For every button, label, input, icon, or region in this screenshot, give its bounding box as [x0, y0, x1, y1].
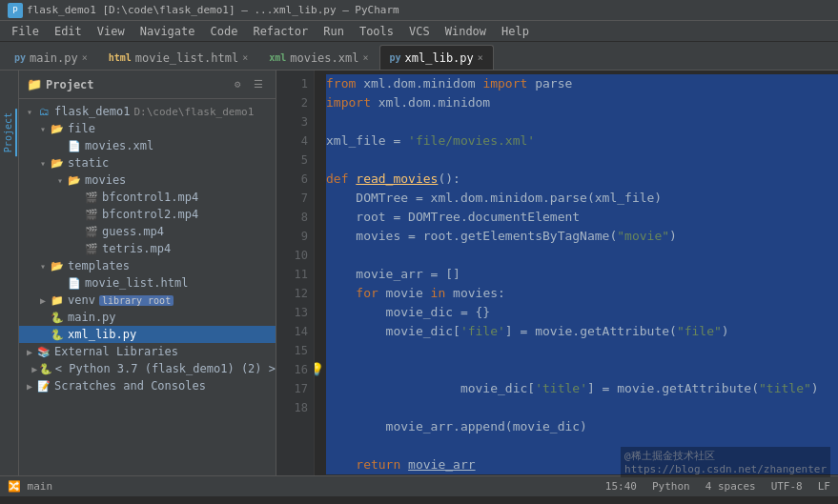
py-file-icon-main: 🐍: [50, 310, 65, 325]
line-num-3: 3: [276, 112, 308, 131]
line-num-1: 1: [276, 74, 308, 93]
tab-movie-list-html-close[interactable]: ×: [242, 52, 248, 63]
status-bar-right: 15:40 Python 4 spaces UTF-8 LF: [605, 480, 830, 493]
side-panel-tabs: Project: [0, 71, 19, 475]
tree-item-file-folder[interactable]: ▾ 📂 file: [19, 120, 276, 137]
sidebar-settings-btn[interactable]: ☰: [249, 75, 268, 94]
tab-movies-xml-close[interactable]: ×: [362, 52, 368, 63]
project-sidebar: 📁 Project ⚙ ☰ ▾ 🗂 flask_demo1 D:\code\fl…: [19, 71, 276, 475]
tree-item-python37[interactable]: ▶ 🐍 < Python 3.7 (flask_demo1) (2) >: [19, 360, 276, 377]
line-num-16: 16: [276, 360, 308, 379]
tree-label-movies-folder: movies: [85, 173, 126, 187]
mp4-icon-3: 🎬: [84, 224, 99, 239]
str-xml-file: 'file/movies.xml': [408, 133, 535, 148]
tree-item-scratches[interactable]: ▶ 📝 Scratches and Consoles: [19, 377, 276, 394]
tree-item-flask-demo1[interactable]: ▾ 🗂 flask_demo1 D:\code\flask_demo1: [19, 103, 276, 120]
menu-edit[interactable]: Edit: [47, 21, 90, 41]
tree-label-scratches: Scratches and Consoles: [54, 379, 206, 393]
line-num-5: 5: [276, 151, 308, 170]
kw-return: return: [356, 457, 400, 472]
kw-import-1: import: [482, 76, 527, 91]
status-branch: 🔀 main: [8, 480, 52, 493]
line-num-11: 11: [276, 265, 308, 284]
tab-xml-lib-py[interactable]: py xml_lib.py ×: [379, 45, 494, 70]
tree-item-movies-folder[interactable]: ▾ 📂 movies: [19, 171, 276, 189]
menu-window[interactable]: Window: [438, 21, 494, 41]
line-num-7: 7: [276, 189, 308, 208]
tree-item-external-libs[interactable]: ▶ 📚 External Libraries: [19, 343, 276, 360]
tree-label-static: static: [68, 156, 109, 170]
project-icon: 🗂: [36, 104, 51, 119]
sidebar-title: Project: [46, 78, 94, 91]
tree-arrow-static: ▾: [36, 158, 50, 169]
code-line-2: import xml.dom.minidom: [326, 93, 838, 112]
menu-vcs[interactable]: VCS: [401, 21, 438, 41]
line-num-6: 6: [276, 170, 308, 189]
code-line-10: [326, 246, 838, 265]
status-encoding[interactable]: UTF-8: [771, 480, 803, 493]
tree-arrow-templates: ▾: [36, 261, 50, 272]
menu-help[interactable]: Help: [494, 21, 537, 41]
sidebar-gear-btn[interactable]: ⚙: [228, 75, 247, 94]
code-line-6: def read_movies():: [326, 170, 838, 189]
tree-label-file: file: [68, 122, 95, 135]
tab-xml-lib-py-close[interactable]: ×: [478, 52, 483, 63]
tab-movie-list-html[interactable]: html movie_list.html ×: [98, 45, 259, 70]
ext-libs-icon: 📚: [36, 344, 51, 359]
tab-xml-icon: xml: [269, 52, 286, 63]
tree-item-bfcontrol1[interactable]: ▾ 🎬 bfcontrol1.mp4: [19, 189, 276, 206]
html-file-icon: 📄: [67, 275, 82, 291]
status-indent[interactable]: 4 spaces: [705, 480, 756, 493]
movies-folder-icon: 📂: [67, 172, 82, 188]
status-language[interactable]: Python: [652, 480, 690, 493]
tab-movies-xml[interactable]: xml movies.xml ×: [258, 45, 378, 70]
status-line-ending[interactable]: LF: [818, 480, 830, 493]
lightbulb-icon[interactable]: 💡: [315, 360, 324, 379]
watermark: @稀土掘金技术社区 https://blog.csdn.net/zhangent…: [621, 447, 830, 477]
menu-tools[interactable]: Tools: [352, 21, 401, 41]
tree-item-templates[interactable]: ▾ 📂 templates: [19, 257, 276, 274]
app-icon: P: [8, 3, 23, 18]
menu-run[interactable]: Run: [316, 21, 352, 41]
main-layout: Project 📁 Project ⚙ ☰ ▾ 🗂 flask_demo1 D:…: [0, 71, 838, 475]
menu-refactor[interactable]: Refactor: [245, 21, 316, 41]
venv-folder-icon: 📁: [50, 292, 65, 308]
tree-label-movies-xml: movies.xml: [85, 139, 153, 152]
tab-main-py-close[interactable]: ×: [82, 52, 88, 63]
tab-movie-list-html-label: movie_list.html: [135, 51, 238, 65]
tree-item-movie-list-html[interactable]: ▾ 📄 movie_list.html: [19, 274, 276, 292]
scratches-icon: 📝: [36, 378, 51, 393]
tree-item-venv[interactable]: ▶ 📁 venv library root: [19, 292, 276, 309]
menu-file[interactable]: File: [4, 21, 47, 41]
tree-item-xml-lib-py[interactable]: ▾ 🐍 xml_lib.py: [19, 326, 276, 343]
code-line-12: for movie in movies:: [326, 284, 838, 303]
menu-code[interactable]: Code: [203, 21, 246, 41]
tab-main-py-label: main.py: [30, 51, 78, 65]
fn-read-movies: read_movies: [356, 171, 438, 186]
line-num-13: 13: [276, 303, 308, 322]
tree-item-tetris[interactable]: ▾ 🎬 tetris.mp4: [19, 240, 276, 257]
tree-item-guess[interactable]: ▾ 🎬 guess.mp4: [19, 223, 276, 240]
code-editor[interactable]: 1 2 3 4 5 6 7 8 9 10 11 12 13 14 15 16 1…: [276, 71, 838, 475]
sidebar-tools: ⚙ ☰: [228, 75, 268, 94]
status-position[interactable]: 15:40: [605, 480, 637, 493]
tree-arrow-venv: ▶: [36, 295, 50, 306]
tree-label-flask-demo1: flask_demo1: [54, 105, 130, 118]
code-line-3: [326, 112, 838, 131]
code-area[interactable]: from xml.dom.minidom import parse import…: [315, 71, 838, 475]
tree-arrow-movies-folder: ▾: [53, 175, 67, 186]
tree-item-main-py[interactable]: ▾ 🐍 main.py: [19, 309, 276, 326]
tab-main-py[interactable]: py main.py ×: [4, 45, 98, 70]
tab-html-icon: html: [109, 52, 132, 63]
tree-item-static[interactable]: ▾ 📂 static: [19, 154, 276, 171]
tree-item-bfcontrol2[interactable]: ▾ 🎬 bfcontrol2.mp4: [19, 206, 276, 223]
tree-path: D:\code\flask_demo1: [133, 106, 254, 118]
menu-view[interactable]: View: [90, 21, 133, 41]
str-movie: "movie": [617, 229, 669, 243]
mp4-icon-4: 🎬: [84, 241, 99, 256]
line-num-2: 2: [276, 93, 308, 112]
menu-navigate[interactable]: Navigate: [133, 21, 203, 41]
kw-from: from: [326, 76, 356, 91]
project-panel-tab[interactable]: Project: [1, 109, 17, 156]
tree-item-movies-xml[interactable]: ▾ 📄 movies.xml: [19, 137, 276, 154]
